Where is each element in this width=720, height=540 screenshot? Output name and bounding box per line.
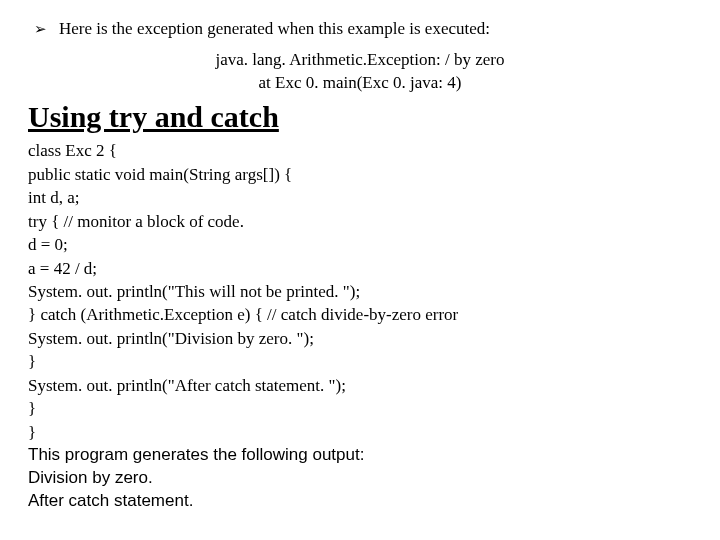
output-line: This program generates the following out… — [28, 444, 692, 467]
code-line: } catch (Arithmetic.Exception e) { // ca… — [28, 303, 692, 326]
section-heading: Using try and catch — [28, 97, 692, 138]
code-line: int d, a; — [28, 186, 692, 209]
code-line: } — [28, 397, 692, 420]
code-line: try { // monitor a block of code. — [28, 210, 692, 233]
code-line: System. out. println("After catch statem… — [28, 374, 692, 397]
bullet-item: ➢ Here is the exception generated when t… — [34, 18, 692, 41]
output-line: Division by zero. — [28, 467, 692, 490]
exception-output: java. lang. Arithmetic.Exception: / by z… — [28, 49, 692, 95]
exception-line-1: java. lang. Arithmetic.Exception: / by z… — [28, 49, 692, 72]
code-line: class Exc 2 { — [28, 139, 692, 162]
output-note: This program generates the following out… — [28, 444, 692, 513]
code-line: System. out. println("Division by zero. … — [28, 327, 692, 350]
code-line: a = 42 / d; — [28, 257, 692, 280]
output-line: After catch statement. — [28, 490, 692, 513]
bullet-text: Here is the exception generated when thi… — [59, 18, 490, 41]
code-line: public static void main(String args[]) { — [28, 163, 692, 186]
code-line: d = 0; — [28, 233, 692, 256]
code-line: } — [28, 421, 692, 444]
code-line: } — [28, 350, 692, 373]
code-block: class Exc 2 { public static void main(St… — [28, 139, 692, 444]
triangle-bullet-icon: ➢ — [34, 18, 47, 39]
exception-line-2: at Exc 0. main(Exc 0. java: 4) — [28, 72, 692, 95]
code-line: System. out. println("This will not be p… — [28, 280, 692, 303]
